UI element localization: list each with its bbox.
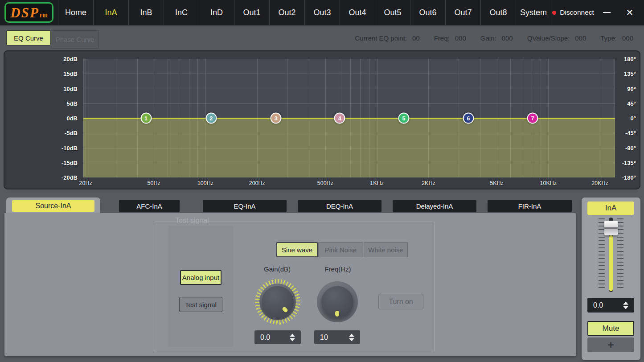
nav-item-out7[interactable]: Out7 [445,0,480,25]
plot-area[interactable]: 1234567 [83,59,615,177]
eq-point-6[interactable]: 6 [463,113,474,124]
tab-source-ina-label: Source-InA [35,202,71,210]
nav-item-out4[interactable]: Out4 [340,0,375,25]
status-item: Gain:000 [480,34,513,42]
freq-tick-label: 50Hz [148,180,160,186]
freq-spinner-arrows[interactable] [349,333,354,341]
app-logo: DSP FIR [4,2,53,23]
turn-on-button[interactable]: Turn on [378,294,423,309]
spinner-down-icon[interactable] [290,338,295,341]
disconnect-button[interactable]: Disconnect [551,0,595,25]
db-tick-label: -5dB [65,130,78,136]
db-tick-label: 0dB [66,115,78,122]
fader-ticks-right [617,218,623,291]
gain-value-spinner[interactable]: 0.0 [254,330,301,344]
eq-point-2[interactable]: 2 [205,113,217,124]
analog-input-button[interactable]: Analog input [180,270,222,285]
nav-item-out2[interactable]: Out2 [269,0,304,25]
nav-item-system[interactable]: System [516,0,551,25]
phase-tick-label: -135° [622,159,636,166]
channel-spinner-arrows[interactable] [623,301,628,309]
test-signal-label: Test signal [185,301,217,309]
nav-item-inb[interactable]: InB [128,0,164,25]
tab-fir-ina[interactable]: FIR-InA [488,200,572,212]
gridline [83,133,615,133]
nav-item-home[interactable]: Home [58,0,93,25]
gridline [83,89,615,89]
phase-tick-label: 0° [631,115,636,122]
spinner-down-icon[interactable] [349,338,354,341]
status-label: QValue/Slope: [527,34,570,42]
channel-label[interactable]: InA [587,202,634,215]
phase-curve-tab[interactable]: Phase Curve [51,30,99,49]
white-noise-button[interactable]: White noise [364,242,408,257]
eq-point-5[interactable]: 5 [398,113,410,124]
nav-item-out3[interactable]: Out3 [304,0,340,25]
phase-tick-label: -180° [622,174,636,181]
freq-tick-label: 500Hz [317,180,333,186]
fader-ticks-left [599,218,605,291]
minimize-icon [603,12,611,13]
freq-spinner-value: 10 [320,333,328,341]
fader-handle[interactable] [604,221,618,235]
freq-knob[interactable] [317,281,358,322]
status-label: Freq: [434,34,450,42]
gridline [83,103,615,104]
tab-afc-ina[interactable]: AFC-InA [119,200,180,212]
db-tick-label: 20dB [63,56,78,62]
tab-delayed-ina[interactable]: Delayed-InA [393,200,476,212]
phase-tick-label: 90° [627,85,636,92]
plus-icon: + [607,339,614,351]
nav-item-ina[interactable]: InA [93,0,128,25]
channel-panel-ina: InA 0.0 Mute + [582,197,640,360]
test-signal-group-title: Test signal [156,217,228,225]
y-axis-phase-labels: 180°135°90°45°0°-45°-90°-135°-180° [618,59,639,177]
nav-item-out5[interactable]: Out5 [375,0,410,25]
tab-eq-ina[interactable]: EQ-InA [203,200,287,212]
eq-point-1[interactable]: 1 [140,113,152,124]
status-value: 000 [502,34,513,42]
phase-curve-label: Phase Curve [56,36,94,43]
spinner-down-icon[interactable] [623,306,628,309]
freq-knob-label: Freq(Hz) [311,265,365,273]
channel-gain-spinner[interactable]: 0.0 [587,298,634,313]
add-channel-button[interactable]: + [587,337,634,352]
pink-noise-label: Pink Noise [325,246,357,254]
turn-on-label: Turn on [389,298,413,306]
nav-item-inc[interactable]: InC [164,0,199,25]
gain-spinner-value: 0.0 [260,333,270,341]
sine-wave-button[interactable]: Sine wave [276,242,318,257]
eq-point-4[interactable]: 4 [334,113,345,124]
minimize-button[interactable] [595,0,618,25]
spinner-up-icon[interactable] [290,333,295,337]
freq-tick-label: 10KHz [540,180,557,186]
gain-spinner-arrows[interactable] [290,333,295,341]
freq-value-spinner[interactable]: 10 [314,330,360,344]
eq-curve-tab[interactable]: EQ Curve [6,30,51,45]
logo-text: DSP [10,6,39,20]
mute-button[interactable]: Mute [587,321,634,336]
tab-source-ina-button[interactable]: Source-InA [12,200,94,212]
pink-noise-button[interactable]: Pink Noise [318,242,363,257]
gain-knob[interactable] [255,279,300,325]
nav-item-out1[interactable]: Out1 [234,0,269,25]
db-tick-label: -10dB [62,144,78,151]
tab-deq-ina[interactable]: DEQ-InA [298,200,381,212]
status-label: Current EQ point: [355,34,407,42]
close-button[interactable]: ✕ [618,0,641,25]
test-signal-button[interactable]: Test signal [179,297,222,312]
status-item: Current EQ point:00 [355,34,419,42]
spinner-up-icon[interactable] [623,301,628,304]
nav-item-out8[interactable]: Out8 [480,0,516,25]
spinner-up-icon[interactable] [349,333,354,337]
eq-point-3[interactable]: 3 [271,113,282,124]
status-value: 000 [455,34,466,42]
gridline [83,148,615,148]
eq-status-bar: Current EQ point:00Freq:000Gain:000QValu… [355,25,633,50]
channel-gain-value: 0.0 [593,301,603,309]
nav-item-ind[interactable]: InD [199,0,234,25]
nav-item-out6[interactable]: Out6 [410,0,445,25]
eq-point-7[interactable]: 7 [527,113,538,124]
x-axis-freq-labels: 20Hz50Hz100Hz200Hz500Hz1KHz2KHz5KHz10KHz… [83,180,615,188]
status-item: Type:000 [600,34,633,42]
